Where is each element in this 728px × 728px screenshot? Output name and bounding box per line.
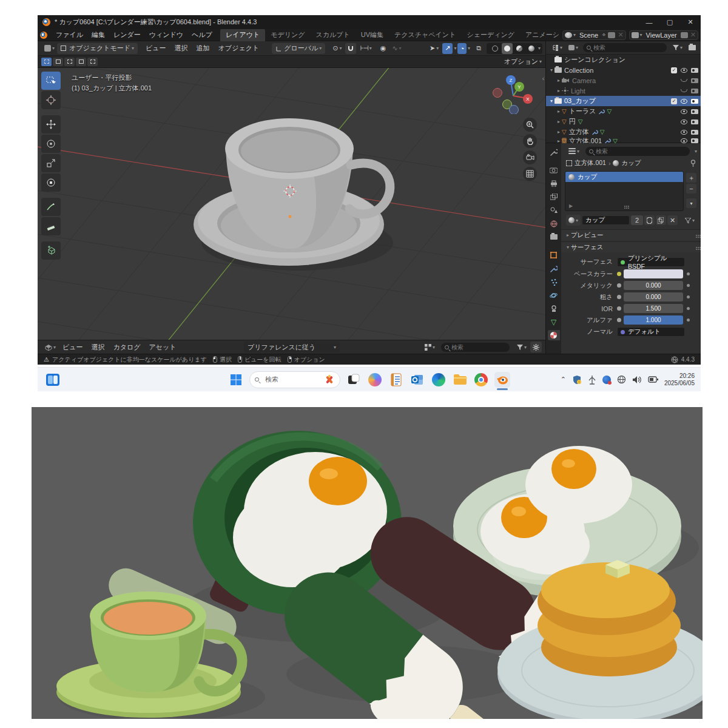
keyframe-dot[interactable] [687, 318, 690, 322]
pivot-dropdown[interactable]: ⊙▾ [330, 43, 344, 54]
outliner-row-camera[interactable]: ▸ Camera [546, 75, 701, 86]
taskbar-search-box[interactable]: 検索 [249, 371, 340, 388]
outliner-row-cube[interactable]: ▸▽ 立方体 ▽ [546, 127, 701, 137]
tab-output[interactable] [548, 178, 560, 189]
eye-icon[interactable] [681, 68, 687, 73]
slot-specials-dropdown[interactable]: ▾ [686, 198, 696, 208]
minimize-button[interactable]: — [639, 15, 659, 29]
network-tray-icon[interactable] [617, 375, 626, 384]
zoom-button[interactable] [523, 118, 537, 132]
camera-visibility-icon[interactable] [691, 99, 698, 104]
xray-toggle[interactable]: ⧉ [474, 43, 484, 54]
pan-hand-button[interactable] [523, 134, 537, 148]
tab-layout[interactable]: レイアウト [220, 29, 265, 41]
outliner-filter-dropdown[interactable]: ▾ [670, 42, 685, 53]
shading-material-button[interactable] [514, 43, 525, 54]
menu-render[interactable]: レンダー [109, 30, 145, 39]
material-slot-item[interactable]: カップ [565, 172, 683, 182]
annotate-tool[interactable] [41, 198, 61, 216]
tab-animation[interactable]: アニメーション [520, 29, 559, 41]
notes-app-icon[interactable] [388, 372, 404, 388]
shading-solid-button[interactable] [502, 43, 513, 54]
editor-type-button[interactable]: ▾ [42, 43, 57, 54]
snap-magnet-toggle[interactable] [345, 43, 356, 54]
proportional-edit-toggle[interactable]: ◉ [378, 43, 389, 54]
keyframe-dot[interactable] [687, 307, 690, 310]
tab-object[interactable] [548, 250, 560, 260]
teams-status-icon[interactable] [602, 376, 611, 384]
viewport-menu-add[interactable]: 追加 [192, 44, 214, 53]
select-mode-set[interactable] [41, 58, 52, 66]
camera-visibility-icon[interactable] [691, 89, 698, 93]
tab-render[interactable] [548, 165, 560, 175]
viewport-menu-view[interactable]: ビュー [141, 44, 170, 53]
tab-sculpt[interactable]: スカルプト [310, 29, 355, 41]
select-mode-extend[interactable] [53, 58, 63, 66]
unlink-material-button[interactable]: ✕ [667, 215, 678, 225]
asset-editor-type-button[interactable]: ▾ [42, 342, 58, 352]
eye-icon[interactable] [681, 130, 687, 135]
tab-particles[interactable] [548, 277, 560, 287]
maximize-button[interactable]: ▢ [659, 15, 680, 29]
outliner-search-box[interactable] [583, 43, 667, 52]
roughness-slider[interactable]: 0.000 [624, 292, 683, 302]
tab-constraints[interactable] [548, 303, 560, 314]
chrome-icon[interactable] [473, 372, 489, 388]
preview-section-header[interactable]: ▸プレビュー [561, 229, 701, 240]
new-collection-button[interactable] [686, 42, 698, 53]
asset-settings-gear[interactable] [530, 342, 542, 352]
copy-scene-icon[interactable] [608, 32, 615, 38]
orientation-dropdown[interactable]: グローバル▾ [272, 43, 325, 54]
mode-dropdown[interactable]: オブジェクトモード▾ [57, 43, 138, 54]
tab-modeling[interactable]: モデリング [265, 29, 310, 41]
tab-physics[interactable] [548, 290, 560, 300]
slot-list-grip[interactable] [624, 206, 625, 207]
scale-tool[interactable] [41, 154, 61, 172]
surface-shader-field[interactable]: プリンシプルBSDF [617, 257, 685, 267]
tab-collection[interactable] [548, 232, 560, 242]
outliner-row-scene-collection[interactable]: シーンコレクション [546, 55, 701, 65]
asset-filter-dropdown[interactable]: ▾ [514, 342, 529, 352]
outliner-row-light[interactable]: ▸ Light [546, 86, 701, 96]
collection-checkbox[interactable]: ✓ [671, 98, 677, 104]
camera-visibility-icon[interactable] [691, 138, 698, 143]
remove-slot-button[interactable]: − [686, 184, 696, 194]
sidebar-toggle-arrow[interactable]: ‹ [542, 75, 544, 82]
menu-window[interactable]: ウィンドウ [145, 30, 187, 39]
blender-menu-icon[interactable] [40, 32, 47, 39]
surface-section-header[interactable]: ▾サーフェス [561, 241, 701, 252]
tab-view-layer[interactable] [548, 192, 560, 202]
viewport-canvas[interactable]: ユーザー・平行投影 (1) 03_カップ | 立方体.001 [38, 68, 545, 340]
breadcrumb-material[interactable]: カップ [621, 159, 641, 167]
taskbar-clock[interactable]: 20:26 2025/06/05 [664, 372, 695, 387]
task-view-icon[interactable] [346, 372, 362, 388]
outliner-row-circle[interactable]: ▸▽ 円 ▽ [546, 116, 701, 127]
outliner-display-button[interactable]: ▾ [566, 42, 581, 53]
properties-search-input[interactable] [596, 148, 638, 155]
eye-icon[interactable] [681, 109, 687, 114]
properties-filter-button[interactable]: ▾ [566, 146, 582, 157]
visibility-dropdown[interactable]: ➤▾ [427, 43, 441, 54]
volume-icon[interactable] [632, 376, 642, 384]
outlook-icon[interactable] [410, 372, 425, 388]
snap-target-dropdown[interactable]: ⊦⊣▾ [357, 43, 374, 54]
menu-edit[interactable]: 編集 [87, 30, 109, 39]
display-size-dropdown[interactable]: ▾ [422, 342, 437, 352]
edge-icon[interactable] [431, 372, 447, 388]
gizmo-x-neg[interactable] [493, 89, 502, 98]
breadcrumb-object[interactable]: 立方体.001 [575, 159, 606, 167]
viewport-menu-object[interactable]: オブジェクト [214, 44, 264, 53]
scene-selector[interactable]: ▾ Scene ⌖ ✕ [562, 30, 626, 40]
keyframe-dot[interactable] [687, 284, 690, 287]
camera-visibility-icon[interactable] [691, 78, 698, 83]
tab-texture-paint[interactable]: テクスチャペイント [389, 29, 461, 41]
tab-tool[interactable] [548, 147, 560, 157]
ior-slider[interactable]: 1.500 [624, 304, 683, 313]
outliner-row-cup-collection[interactable]: ▾ 03_カップ ✓ [546, 96, 701, 106]
camera-visibility-icon[interactable] [691, 68, 698, 73]
select-mode-intersect[interactable] [87, 58, 98, 66]
asset-search-input[interactable] [451, 344, 506, 351]
import-method-dropdown[interactable]: プリファレンスに従う▾ [244, 342, 340, 352]
add-slot-button[interactable]: ＋ [686, 173, 696, 183]
ime-tool-icon[interactable] [588, 375, 596, 385]
